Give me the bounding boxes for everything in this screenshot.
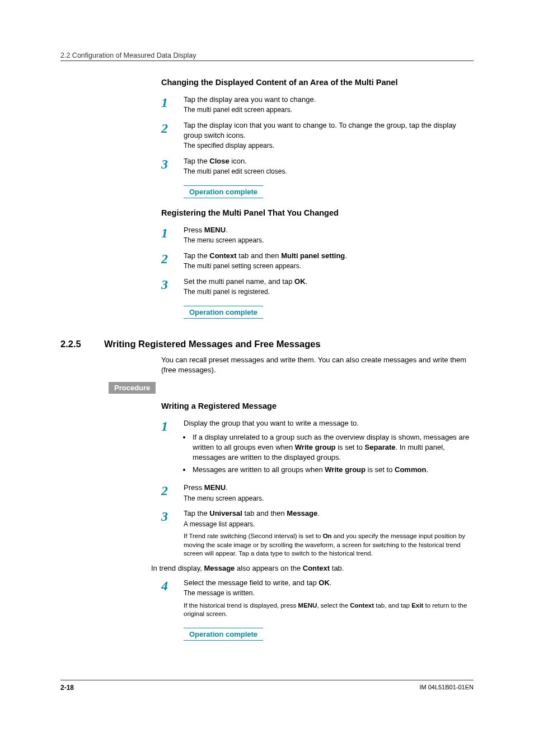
- step-number: 2: [161, 483, 184, 497]
- section-intro: You can recall preset messages and write…: [161, 355, 474, 375]
- step-instruction: Tap the Close icon.: [184, 156, 474, 166]
- step-result: The multi panel is registered.: [184, 287, 474, 297]
- step-instruction: Tap the display area you want to change.: [184, 95, 474, 105]
- step-note: If the historical trend is displayed, pr…: [184, 601, 474, 619]
- procedure-label: Procedure: [109, 382, 156, 394]
- step-number: 3: [161, 277, 184, 291]
- step-result: The specified display appears.: [184, 141, 474, 151]
- step-result: The multi panel setting screen appears.: [184, 262, 474, 271]
- step-row: 1 Display the group that you want to wri…: [161, 418, 474, 477]
- step-number: 3: [161, 156, 184, 171]
- step-instruction: Select the message field to write, and t…: [184, 578, 474, 588]
- step-number: 4: [161, 578, 184, 592]
- step-result: The menu screen appears.: [184, 494, 474, 503]
- bullet-item: If a display unrelated to a group such a…: [191, 432, 474, 463]
- step-row: 3 Tap the Universal tab and then Message…: [161, 508, 474, 558]
- operation-complete-badge: Operation complete: [184, 628, 263, 641]
- step-instruction: Tap the Universal tab and then Message.: [184, 508, 474, 519]
- step-result: A message list appears.: [184, 520, 474, 529]
- section-number: 2.2.5: [60, 339, 104, 349]
- subheading-writing: Writing a Registered Message: [161, 402, 474, 410]
- section-header: 2.2.5 Writing Registered Messages and Fr…: [60, 339, 474, 349]
- step-result: The multi panel edit screen closes.: [184, 167, 474, 176]
- step-number: 1: [161, 418, 184, 433]
- subheading-changing: Changing the Displayed Content of an Are…: [161, 78, 474, 87]
- bullet-item: Messages are written to all groups when …: [191, 465, 474, 475]
- step-instruction: Tap the Context tab and then Multi panel…: [184, 251, 474, 261]
- step-number: 1: [161, 225, 184, 240]
- step-instruction: Display the group that you want to write…: [184, 418, 474, 428]
- step-number: 2: [161, 251, 184, 265]
- section-title: Writing Registered Messages and Free Mes…: [104, 339, 321, 349]
- bullet-list: If a display unrelated to a group such a…: [184, 432, 474, 475]
- step-result: The multi panel edit screen appears.: [184, 105, 474, 115]
- page-footer: 2-18 IM 04L51B01-01EN: [60, 680, 474, 692]
- step-result: The menu screen appears.: [184, 236, 474, 245]
- step-instruction: Press MENU.: [184, 483, 474, 493]
- step-result: The message is written.: [184, 589, 474, 598]
- operation-complete-badge: Operation complete: [184, 185, 263, 198]
- context-note: In trend display, Message also appears o…: [151, 564, 474, 572]
- step-instruction: Press MENU.: [184, 225, 474, 235]
- step-number: 2: [161, 120, 184, 135]
- step-instruction: Tap the display icon that you want to ch…: [184, 120, 474, 141]
- step-row: 2 Tap the display icon that you want to …: [161, 120, 474, 151]
- step-note: If Trend rate switching (Second interval…: [184, 532, 474, 558]
- document-id: IM 04L51B01-01EN: [419, 684, 474, 692]
- step-row: 4 Select the message field to write, and…: [161, 578, 474, 619]
- step-row: 2 Tap the Context tab and then Multi pan…: [161, 251, 474, 271]
- step-row: 1 Press MENU. The menu screen appears.: [161, 225, 474, 245]
- header-breadcrumb: 2.2 Configuration of Measured Data Displ…: [60, 52, 474, 61]
- step-row: 2 Press MENU. The menu screen appears.: [161, 483, 474, 503]
- subheading-registering: Registering the Multi Panel That You Cha…: [161, 208, 474, 217]
- step-row: 3 Tap the Close icon. The multi panel ed…: [161, 156, 474, 176]
- page-number: 2-18: [60, 684, 74, 692]
- step-instruction: Set the multi panel name, and tap OK.: [184, 277, 474, 287]
- step-number: 3: [161, 508, 184, 523]
- step-row: 3 Set the multi panel name, and tap OK. …: [161, 277, 474, 297]
- step-row: 1 Tap the display area you want to chang…: [161, 95, 474, 115]
- step-number: 1: [161, 95, 184, 109]
- operation-complete-badge: Operation complete: [184, 306, 263, 319]
